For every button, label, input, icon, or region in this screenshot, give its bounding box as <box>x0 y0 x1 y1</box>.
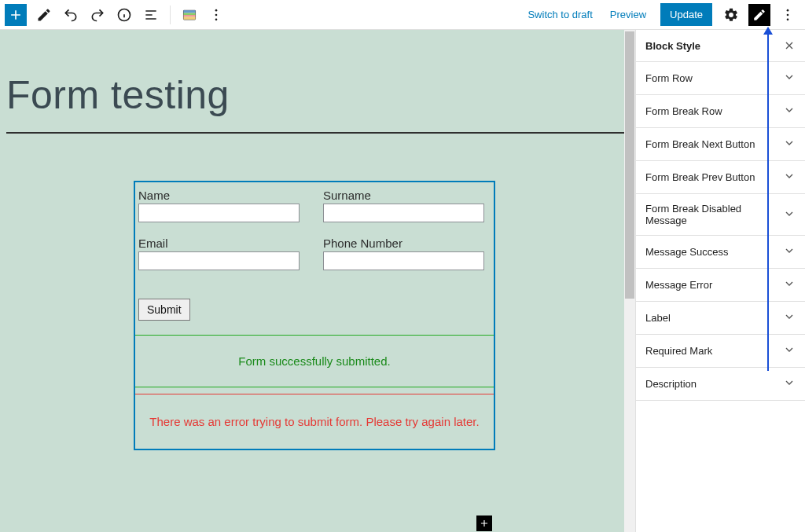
svg-rect-5 <box>184 17 196 19</box>
label-surname: Surname <box>323 189 484 202</box>
toolbar-more-button[interactable] <box>204 2 229 28</box>
svg-rect-4 <box>184 15 196 17</box>
panel-label: Description <box>645 378 697 390</box>
edit-tool-button[interactable] <box>31 2 57 28</box>
page-title[interactable]: Form testing <box>0 30 635 132</box>
sidebar-title: Block Style <box>645 40 700 52</box>
chevron-down-icon <box>783 137 796 152</box>
input-email[interactable] <box>138 251 300 270</box>
chevron-down-icon <box>783 207 796 222</box>
field-email: Email <box>138 237 300 270</box>
switch-to-draft-button[interactable]: Switch to draft <box>520 4 600 25</box>
editor-canvas[interactable]: Form testing Name Surname Email Phone Nu… <box>0 30 635 532</box>
svg-point-10 <box>787 13 789 16</box>
panel-form-break-next[interactable]: Form Break Next Button <box>636 128 805 161</box>
scrollbar-track[interactable] <box>624 30 635 532</box>
panel-label[interactable]: Label <box>636 302 805 335</box>
svg-point-11 <box>787 18 789 20</box>
panel-required-mark[interactable]: Required Mark <box>636 335 805 368</box>
options-menu-button[interactable] <box>775 2 800 28</box>
chevron-down-icon <box>783 71 796 86</box>
svg-point-7 <box>215 13 218 16</box>
chevron-down-icon <box>783 277 796 292</box>
redo-button[interactable] <box>85 2 110 28</box>
label-phone: Phone Number <box>323 237 484 250</box>
update-button[interactable]: Update <box>660 3 712 26</box>
panel-label: Message Success <box>645 246 729 258</box>
svg-point-8 <box>215 18 218 20</box>
settings-sidebar: Block Style Form Row Form Break Row Form… <box>635 30 805 532</box>
panel-form-break-disabled[interactable]: Form Break Disabled Message <box>636 194 805 236</box>
panel-description[interactable]: Description <box>636 368 805 401</box>
panel-form-break-prev[interactable]: Form Break Prev Button <box>636 161 805 194</box>
panel-label: Required Mark <box>645 345 712 357</box>
panel-label: Message Error <box>645 279 712 291</box>
close-icon[interactable] <box>783 39 796 52</box>
field-phone: Phone Number <box>323 237 484 270</box>
chevron-down-icon <box>783 170 796 185</box>
scrollbar-thumb[interactable] <box>625 31 634 299</box>
add-block-button[interactable] <box>476 515 492 531</box>
message-success: Form successfully submitted. <box>135 335 494 387</box>
message-error: There was an error trying to submit form… <box>135 394 494 449</box>
form-block[interactable]: Name Surname Email Phone Number Submit <box>134 181 495 450</box>
toolbar-separator <box>170 6 171 24</box>
panel-label: Form Break Next Button <box>645 138 755 150</box>
sidebar-header: Block Style <box>636 30 805 62</box>
panel-message-error[interactable]: Message Error <box>636 269 805 302</box>
chevron-down-icon <box>783 104 796 119</box>
chevron-down-icon <box>783 376 796 391</box>
block-styles-button[interactable] <box>748 4 770 26</box>
panel-label: Form Break Prev Button <box>645 171 755 183</box>
toggle-inserter-button[interactable] <box>5 4 27 26</box>
submit-button[interactable]: Submit <box>138 299 190 321</box>
panel-label: Form Row <box>645 72 693 84</box>
input-surname[interactable] <box>323 204 484 222</box>
editor-toolbar: Switch to draft Preview Update <box>0 0 805 30</box>
svg-rect-3 <box>184 13 196 15</box>
details-button[interactable] <box>112 2 137 28</box>
input-name[interactable] <box>138 204 300 222</box>
preview-button[interactable]: Preview <box>602 4 654 25</box>
input-phone[interactable] <box>323 251 484 270</box>
undo-button[interactable] <box>58 2 83 28</box>
svg-rect-2 <box>184 10 196 13</box>
panel-label: Form Break Disabled Message <box>645 203 783 226</box>
chevron-down-icon <box>783 310 796 325</box>
panel-message-success[interactable]: Message Success <box>636 236 805 269</box>
chevron-down-icon <box>783 244 796 259</box>
field-surname: Surname <box>323 189 484 222</box>
label-email: Email <box>138 237 300 250</box>
separator <box>6 132 629 134</box>
panel-form-break-row[interactable]: Form Break Row <box>636 95 805 128</box>
panel-label: Label <box>645 312 671 324</box>
styles-icon[interactable] <box>178 4 200 26</box>
settings-button[interactable] <box>719 2 744 28</box>
field-name: Name <box>138 189 300 222</box>
annotation-arrow <box>767 33 769 371</box>
panel-label: Form Break Row <box>645 105 722 117</box>
panel-form-row[interactable]: Form Row <box>636 62 805 95</box>
label-name: Name <box>138 189 300 202</box>
svg-point-9 <box>787 9 789 11</box>
chevron-down-icon <box>783 343 796 358</box>
outline-button[interactable] <box>138 2 164 28</box>
svg-point-6 <box>215 9 218 11</box>
